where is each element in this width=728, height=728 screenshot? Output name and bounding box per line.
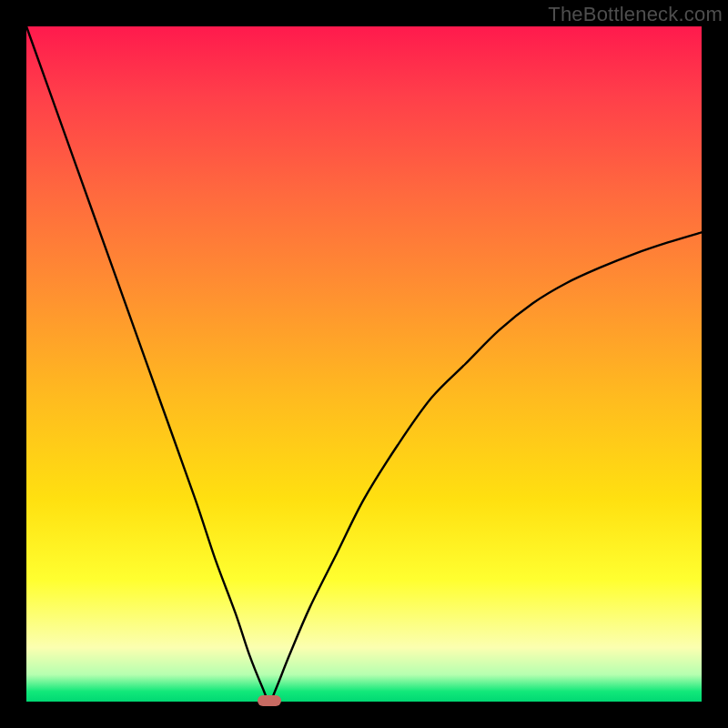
chart-frame <box>0 0 728 728</box>
watermark-text: TheBottleneck.com <box>548 3 723 26</box>
bottleneck-curve <box>26 26 702 702</box>
plot-area <box>26 26 702 702</box>
optimum-marker <box>258 695 281 706</box>
